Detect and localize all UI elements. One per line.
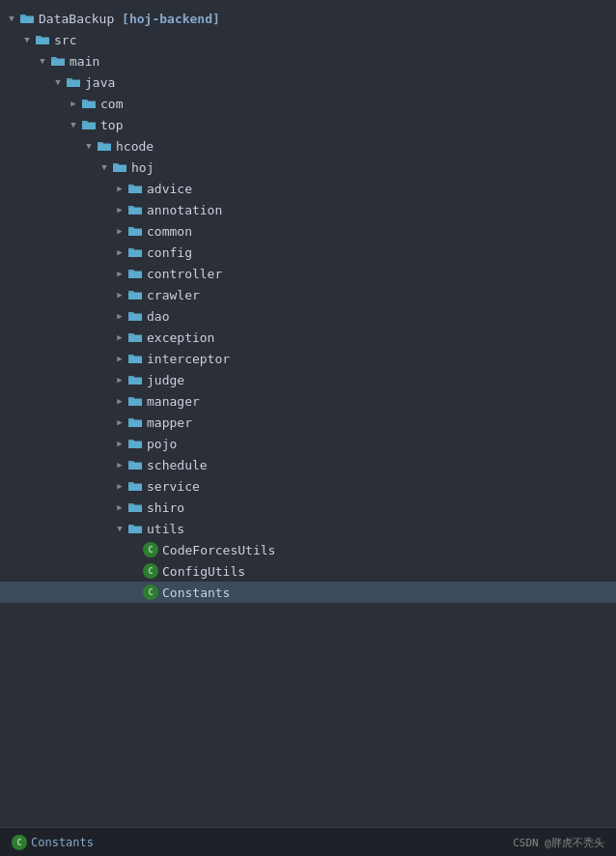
tree-arrow-annotation[interactable] xyxy=(112,202,127,217)
tree-item-hcode[interactable]: hcode xyxy=(0,135,616,157)
tree-item-controller[interactable]: controller xyxy=(0,263,616,284)
folder-icon-interceptor xyxy=(127,351,143,366)
folder-icon-shiro xyxy=(127,499,143,515)
tree-arrow-src[interactable] xyxy=(19,32,35,47)
item-label-codeforcesutils: CodeForcesUtils xyxy=(162,543,275,557)
folder-icon-hoj xyxy=(112,159,127,175)
item-label-com: com xyxy=(100,97,123,111)
folder-icon-utils xyxy=(127,521,143,536)
tree-arrow-crawler[interactable] xyxy=(112,287,127,302)
item-label-manager: manager xyxy=(147,394,200,409)
tree-arrow-top[interactable] xyxy=(66,117,81,132)
item-label-shiro: shiro xyxy=(147,500,184,515)
tree-item-judge[interactable]: judge xyxy=(0,369,616,390)
item-label-src: src xyxy=(54,33,76,47)
tree-item-advice[interactable]: advice xyxy=(0,178,616,199)
tree-item-hoj[interactable]: hoj xyxy=(0,157,616,178)
item-label-pojo: pojo xyxy=(147,437,177,451)
folder-icon-mapper xyxy=(127,414,143,430)
folder-icon-com xyxy=(81,96,97,111)
tree-arrow-manager[interactable] xyxy=(112,393,127,409)
tree-arrow-pojo[interactable] xyxy=(112,436,127,451)
folder-icon-config xyxy=(127,244,143,260)
item-label-constants: Constants xyxy=(162,585,230,600)
folder-icon-common xyxy=(127,223,143,239)
tree-item-config[interactable]: config xyxy=(0,242,616,263)
tree-item-manager[interactable]: manager xyxy=(0,390,616,412)
tree-item-service[interactable]: service xyxy=(0,475,616,497)
tree-item-databackup[interactable]: DataBackup [hoj-backend] xyxy=(0,8,616,29)
item-label-common: common xyxy=(147,224,192,239)
tree-arrow-common[interactable] xyxy=(112,223,127,239)
tree-item-utils[interactable]: utils xyxy=(0,518,616,539)
folder-icon-java xyxy=(66,74,81,90)
item-label-top: top xyxy=(100,118,123,132)
tree-arrow-dao[interactable] xyxy=(112,308,127,324)
item-label-java: java xyxy=(85,75,115,90)
item-label-advice: advice xyxy=(147,182,192,196)
folder-icon-exception xyxy=(127,329,143,345)
tree-item-shiro[interactable]: shiro xyxy=(0,497,616,518)
tree-item-main[interactable]: main xyxy=(0,50,616,71)
tree-arrow-utils[interactable] xyxy=(112,521,127,536)
tree-item-pojo[interactable]: pojo xyxy=(0,433,616,454)
tree-arrow-mapper[interactable] xyxy=(112,414,127,430)
tree-item-schedule[interactable]: schedule xyxy=(0,454,616,475)
tree-item-crawler[interactable]: crawler xyxy=(0,284,616,305)
tree-item-annotation[interactable]: annotation xyxy=(0,199,616,220)
folder-icon-dao xyxy=(127,308,143,324)
item-label-annotation: annotation xyxy=(147,203,222,217)
tree-arrow-java[interactable] xyxy=(50,74,66,90)
class-icon-codeforcesutils: C xyxy=(143,542,158,557)
folder-icon-controller xyxy=(127,266,143,281)
tree-arrow-controller[interactable] xyxy=(112,266,127,281)
tree-item-java[interactable]: java xyxy=(0,71,616,93)
tree-arrow-hoj[interactable] xyxy=(97,159,112,175)
item-label-controller: controller xyxy=(147,267,222,281)
watermark: CSDN @胖虎不秃头 xyxy=(513,836,604,850)
folder-icon-annotation xyxy=(127,202,143,217)
tree-item-src[interactable]: src xyxy=(0,29,616,50)
tree-item-constants[interactable]: CConstants xyxy=(0,582,616,603)
item-label-exception: exception xyxy=(147,330,214,345)
folder-icon-top xyxy=(81,117,97,132)
tree-item-codeforcesutils[interactable]: CCodeForcesUtils xyxy=(0,539,616,560)
tree-arrow-shiro[interactable] xyxy=(112,499,127,515)
folder-icon-crawler xyxy=(127,287,143,302)
item-label-utils: utils xyxy=(147,522,184,536)
tree-item-interceptor[interactable]: interceptor xyxy=(0,348,616,369)
item-label-main: main xyxy=(70,54,99,69)
tree-arrow-com[interactable] xyxy=(66,96,81,111)
tree-arrow-interceptor[interactable] xyxy=(112,351,127,366)
tree-arrow-service[interactable] xyxy=(112,478,127,494)
folder-icon-service xyxy=(127,478,143,494)
folder-icon-advice xyxy=(127,181,143,196)
item-label-crawler: crawler xyxy=(147,288,200,302)
item-label-databackup: DataBackup [hoj-backend] xyxy=(39,12,220,26)
tree-arrow-advice[interactable] xyxy=(112,181,127,196)
tree-item-mapper[interactable]: mapper xyxy=(0,412,616,433)
tree-item-dao[interactable]: dao xyxy=(0,305,616,327)
class-icon-constants: C xyxy=(143,585,158,600)
item-label-dao: dao xyxy=(147,309,169,324)
item-label-hoj: hoj xyxy=(131,160,154,175)
tree-item-common[interactable]: common xyxy=(0,220,616,242)
tree-arrow-hcode[interactable] xyxy=(81,138,97,154)
tree-arrow-schedule[interactable] xyxy=(112,457,127,472)
file-tree: DataBackup [hoj-backend] src main java c… xyxy=(0,0,616,827)
folder-icon-schedule xyxy=(127,457,143,472)
tree-item-exception[interactable]: exception xyxy=(0,327,616,348)
tree-arrow-main[interactable] xyxy=(35,53,50,69)
class-icon-configutils: C xyxy=(143,563,158,579)
tree-item-com[interactable]: com xyxy=(0,93,616,114)
folder-icon-src xyxy=(35,32,50,47)
bottom-class-icon: C xyxy=(12,835,27,850)
tree-item-top[interactable]: top xyxy=(0,114,616,135)
tree-item-configutils[interactable]: CConfigUtils xyxy=(0,560,616,582)
tree-arrow-config[interactable] xyxy=(112,244,127,260)
item-label-mapper: mapper xyxy=(147,415,192,430)
tree-arrow-exception[interactable] xyxy=(112,329,127,345)
tree-arrow-judge[interactable] xyxy=(112,372,127,387)
tree-arrow-databackup[interactable] xyxy=(4,11,19,26)
folder-icon-pojo xyxy=(127,436,143,451)
